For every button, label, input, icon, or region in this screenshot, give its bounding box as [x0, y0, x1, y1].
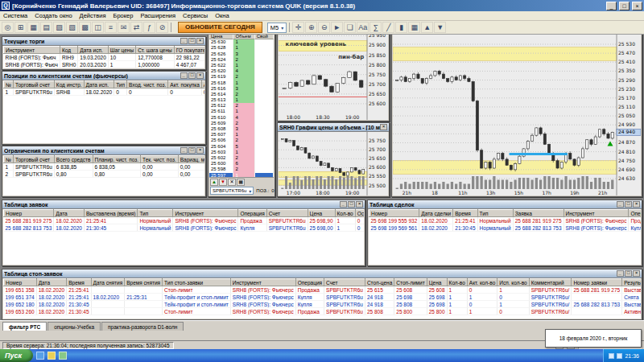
- workspace-tab-3[interactable]: практика-разворота D1-волн: [101, 322, 184, 331]
- account-select[interactable]: SPBFUTKTR6u ▾: [210, 187, 254, 195]
- column-header[interactable]: Инструмент: [4, 47, 60, 54]
- column-header[interactable]: Цена: [427, 279, 447, 286]
- table-row[interactable]: 199 653 26018.02.202021:30:45Стоп-лимитS…: [4, 308, 642, 315]
- column-header[interactable]: Акт. продажа: [201, 81, 204, 88]
- column-header[interactable]: Номер заявки: [572, 279, 622, 286]
- maximize-icon[interactable]: [188, 147, 196, 154]
- panel-title-positions[interactable]: Позиции по клиентским счетам (фьючерсы): [2, 72, 205, 80]
- dom-bid-row[interactable]: 25 6111: [209, 109, 274, 114]
- news-icon[interactable]: ≡: [105, 22, 117, 33]
- column-header[interactable]: Ст. шага цены: [136, 47, 175, 54]
- minimize-icon[interactable]: [180, 147, 188, 154]
- column-header[interactable]: Исп. кол-во: [497, 279, 529, 286]
- maximize-icon[interactable]: [625, 201, 632, 208]
- main-chart-canvas[interactable]: 25 53025 47025 41025 35025 29025 23025 1…: [393, 34, 641, 195]
- indicator-icon[interactable]: ∑: [369, 22, 382, 33]
- buy-button[interactable]: ▲: [210, 179, 218, 186]
- panel-title-chart2[interactable]: SRH0 График цены и объема - [10 минут]: [278, 123, 389, 132]
- column-header[interactable]: Всего средств: [54, 156, 93, 163]
- close-icon[interactable]: [633, 201, 640, 208]
- dom-bid-row[interactable]: 25 6104: [209, 115, 274, 121]
- column-header[interactable]: Время снятия: [125, 279, 163, 286]
- dom-ask-row[interactable]: 25 6301: [209, 39, 274, 45]
- column-header[interactable]: Код инстр.: [54, 81, 84, 88]
- panel-title-current-trades[interactable]: Текущие торги: [2, 37, 205, 46]
- dom-bid-row[interactable]: 25 5982: [209, 167, 274, 172]
- column-header[interactable]: Остаток: [355, 210, 364, 217]
- column-header[interactable]: Результат: [622, 279, 641, 286]
- column-header[interactable]: Инструмент: [564, 210, 629, 217]
- table-row[interactable]: 25 688 281 919 27518.02.202021:25:41Норм…: [4, 217, 365, 224]
- dom-ask-row[interactable]: 25 6204: [209, 68, 274, 74]
- update-today-button[interactable]: ОБНОВИТЕ СЕГОДНЯ: [178, 22, 262, 33]
- scripts-icon[interactable]: ƒ: [143, 22, 155, 33]
- column-header[interactable]: ГО покупателя: [174, 47, 204, 54]
- column-header[interactable]: Дата сделки: [419, 210, 453, 217]
- quick-launch-quik-icon[interactable]: [59, 352, 67, 360]
- table-row[interactable]: RIH8 (FORTS): ФьючRIH919.03.20201012,770…: [4, 54, 205, 61]
- chart2-canvas[interactable]: 25 75025 70025 65025 60025 55025 50017:0…: [279, 132, 388, 195]
- column-header[interactable]: Номер: [4, 210, 54, 217]
- minimize-icon[interactable]: [617, 201, 624, 208]
- minimize-icon[interactable]: _: [606, 2, 617, 10]
- table-row[interactable]: 1SPBFUTKTR6uSRH818.02.202000002-0,80: [4, 88, 205, 96]
- menu-item-Брокер[interactable]: Брокер: [113, 12, 133, 19]
- column-header[interactable]: Код: [60, 47, 77, 54]
- dom-settings-icon[interactable]: ▦: [237, 179, 245, 186]
- table-row[interactable]: 199 651 35818.02.202021:25:41Стоп-лимитS…: [4, 286, 642, 294]
- table-row[interactable]: 1SPBFUTKTR6u6 838,856 838,050,000,00-6,0…: [4, 163, 205, 171]
- candle-style-icon[interactable]: ▮: [395, 22, 407, 33]
- dom-bid-row[interactable]: 25 6031: [209, 150, 274, 155]
- trend-line-icon[interactable]: ╱: [382, 22, 394, 33]
- grid-icon[interactable]: ▦: [408, 22, 420, 33]
- column-header[interactable]: Планир. чист. поз.: [93, 156, 141, 163]
- maximize-icon[interactable]: [188, 72, 196, 79]
- column-header[interactable]: Вход. чист. поз.: [126, 81, 167, 88]
- dom-bid-row[interactable]: 25 6006: [209, 161, 274, 167]
- workspace-tab-1[interactable]: фильтр РТС: [2, 322, 47, 331]
- panel-title-stop-orders[interactable]: Таблица стоп-заявок: [2, 269, 642, 278]
- dom-ask-row[interactable]: 25 6192: [209, 74, 274, 80]
- dom-bid-row[interactable]: 25 6083: [209, 126, 274, 132]
- column-header[interactable]: Кол-во: [447, 279, 467, 286]
- new-window-icon[interactable]: ⊞: [14, 22, 27, 33]
- cursor-icon[interactable]: ►: [331, 22, 343, 33]
- column-header[interactable]: Кол-во: [335, 210, 355, 217]
- menu-item-Окна[interactable]: Окна: [215, 12, 229, 19]
- menu-item-Сервисы[interactable]: Сервисы: [183, 12, 208, 19]
- panel-title-trades[interactable]: Таблица сделок: [368, 200, 642, 209]
- column-header[interactable]: Тип: [138, 210, 173, 217]
- dom-ask-row[interactable]: 25 6163: [209, 86, 274, 92]
- menu-item-Создать окно[interactable]: Создать окно: [35, 12, 72, 19]
- maximize-icon[interactable]: [348, 201, 355, 208]
- export-icon[interactable]: ⇄: [130, 22, 142, 33]
- column-header[interactable]: Дата снятия: [91, 279, 125, 286]
- menu-item-Система[interactable]: Система: [3, 12, 27, 19]
- table-row[interactable]: 25 698 199 569 56118.02.202021:30:45Норм…: [369, 224, 642, 232]
- column-header[interactable]: Операция: [238, 210, 266, 217]
- close-icon[interactable]: [196, 147, 204, 154]
- column-header[interactable]: Счет: [324, 279, 365, 286]
- column-header[interactable]: Тип стоп-заявки: [163, 279, 231, 286]
- column-header[interactable]: Тип: [114, 81, 127, 88]
- dom-bid-row[interactable]: 25 6092: [209, 121, 274, 126]
- column-header[interactable]: Операция: [295, 279, 324, 286]
- column-header[interactable]: Комментарий: [529, 279, 572, 286]
- close-icon[interactable]: [196, 72, 204, 79]
- close-icon[interactable]: [380, 124, 387, 130]
- column-header[interactable]: Торговый счет: [13, 156, 54, 163]
- tables-icon[interactable]: ▦: [27, 22, 39, 33]
- hand-icon[interactable]: ❏: [344, 22, 356, 33]
- dom-ask-row[interactable]: 25 6263: [209, 51, 274, 57]
- dom-bid-row[interactable]: 25 6122: [209, 103, 274, 109]
- sell-button[interactable]: ▼: [219, 179, 227, 186]
- connection-icon[interactable]: ◎: [2, 22, 14, 33]
- quick-launch-explorer-icon[interactable]: [47, 352, 56, 360]
- cancel-order-icon[interactable]: ✕: [228, 179, 236, 186]
- table-row[interactable]: SRH8 (FORTS): ФьючSRH020.03.202011,00000…: [4, 61, 205, 68]
- messages-icon[interactable]: ✉: [118, 22, 130, 33]
- column-header[interactable]: Счет: [266, 210, 308, 217]
- dom-bid-row[interactable]: 25 6062: [209, 138, 274, 143]
- dom-ask-row[interactable]: 25 6131: [209, 97, 274, 103]
- workspace-tab-2[interactable]: опционы-Учебка: [47, 322, 101, 331]
